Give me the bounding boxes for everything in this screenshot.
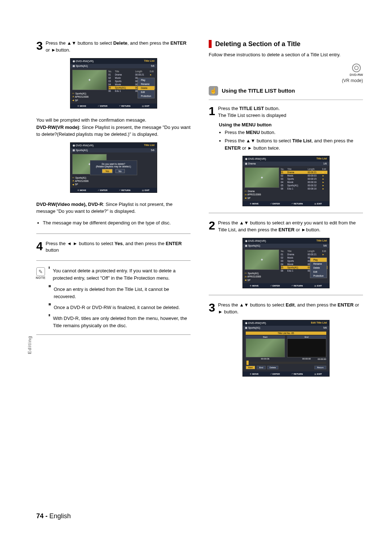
page-language: English: [49, 512, 71, 520]
osd-edit-titlelist: ◉ DVD-RW(VR)Edit Title List ▦ Sports(A1)…: [242, 320, 330, 377]
osd-page-indicator: 5/6: [151, 65, 155, 68]
disc-icon: [352, 64, 361, 72]
osd-current-title: Sports(A1): [75, 65, 87, 67]
page-footer: 74 - English: [36, 512, 71, 520]
keyword-enter: ENTER: [278, 227, 294, 232]
dialog-yes-button: Yes: [102, 169, 112, 173]
ctx-protection: Protection: [138, 94, 154, 98]
step-3-right: 3 Press the ▲▼ buttons to select Edit, a…: [209, 302, 363, 316]
meta-quality: SP: [75, 99, 78, 102]
section-title: Deleting a Section of a Title: [215, 40, 301, 48]
col-no: No.: [109, 70, 114, 73]
video-mode-paragraph: DVD-RW(Video mode), DVD-R: Since Playlis…: [36, 201, 191, 215]
thumbnail-icon: [245, 167, 279, 188]
keyword-enter: ENTER: [166, 241, 182, 246]
right-arrow-icon: ►: [301, 227, 306, 232]
ctx-delete: Delete: [138, 86, 154, 90]
step-2: 2 Press the ▲▼ buttons to select an entr…: [209, 220, 363, 234]
right-arrow-icon: ►: [248, 145, 252, 151]
step-4: 4 Press the ◄ ► buttons to select Yes, a…: [36, 240, 191, 254]
step-number-2: 2: [209, 220, 215, 231]
osd-disc-label: DVD-RW(VR): [76, 60, 94, 63]
right-arrow-icon: ►: [218, 309, 223, 314]
osd-titlelist-delete: ◉ DVD-RW(VR)Title List ▦ Sports(A1)5/6 ▭…: [70, 58, 157, 109]
section-tab-editing: Editing: [27, 336, 32, 354]
disc-mode-label: (VR mode): [209, 78, 363, 83]
col-title: Title: [115, 70, 134, 73]
page-number: 74 -: [36, 512, 48, 520]
timeline-total: 00:00:00: [318, 358, 326, 360]
context-menu: Play Rename Delete Edit Protection: [138, 78, 154, 98]
ctx-rename: Rename: [138, 82, 154, 86]
osd-titlelist-play: ◉ DVD-RW(VR)Title List ▦ Sports(A1)5/6 ▭…: [242, 238, 330, 288]
note-item: Once an entry is deleted from the Title …: [54, 286, 191, 300]
note-label: NOTE: [36, 276, 46, 280]
frame-end-label: End: [287, 336, 326, 338]
keyword-title-list: TITLE LIST: [239, 106, 264, 111]
end-frame-icon: [287, 338, 326, 357]
disc-type-label: DVD-RW: [350, 73, 363, 77]
col-edit: Edit: [150, 70, 155, 73]
ctrl-delete-button: Delete: [267, 366, 278, 369]
start-frame-icon: [246, 338, 285, 357]
step-number-1: 1: [209, 105, 215, 117]
step-number-4: 4: [36, 240, 43, 252]
left-column: 3 Press the ▲▼ buttons to select Delete,…: [36, 40, 191, 378]
step-3: 3 Press the ▲▼ buttons to select Delete,…: [36, 40, 191, 54]
square-bullet-icon: [49, 285, 51, 287]
osd-delete-confirm: ◉ DVD-RW(VR)Title List ▦ Sports(A1)5/6 ▭…: [70, 142, 157, 193]
text: or: [46, 47, 51, 53]
note-item: With DVD-R, titles are only deleted from…: [53, 315, 191, 329]
keyword-enter: ENTER: [338, 302, 354, 308]
step-number-3: 3: [209, 302, 215, 313]
subheading-title-list: Using the TITLE LIST button: [222, 88, 295, 94]
note-icon: ✎: [36, 267, 45, 276]
red-marker-icon: [209, 40, 212, 48]
step-1: 1 Press the TITLE LIST button. The Title…: [209, 105, 363, 119]
dialog-no-button: No: [115, 169, 125, 173]
meta-title: Sports(A1): [75, 92, 86, 95]
keyword-yes: Yes: [115, 241, 123, 246]
ctrl-end-button: End: [257, 366, 266, 369]
frame-start-label: Start: [246, 336, 285, 338]
edit-title-header: Title List No. 05: [246, 332, 326, 335]
ctrl-return-button: Return: [314, 366, 326, 369]
manual-page: Editing 3 Press the ▲▼ buttons to select…: [0, 0, 392, 540]
updown-arrows-icon: ▲▼: [246, 138, 256, 143]
text: , and then press the: [127, 40, 171, 46]
dialog-subtext: (Related playlists may be deleted.): [93, 165, 134, 168]
square-bullet-icon: [49, 303, 51, 305]
note-item: You cannot delete a protected entry. If …: [53, 267, 191, 282]
prompt-paragraph: You will be prompted with the confirmati…: [36, 117, 191, 138]
menu-bullet: Press the ▲▼ buttons to select Title Lis…: [225, 137, 363, 151]
updown-arrows-icon: ▲▼: [239, 302, 249, 308]
ctrl-start-button: Start: [246, 366, 256, 369]
right-arrow-icon: ►: [51, 47, 56, 53]
text: buttons to select: [76, 40, 113, 46]
timeline-cursor-icon: [246, 361, 249, 365]
subheading-menu: Using the MENU button: [219, 122, 363, 127]
disc-type-note: The message may be different depending o…: [43, 219, 191, 227]
leftright-arrows-icon: ◄ ►: [67, 241, 77, 246]
thumbnail-icon: [72, 70, 107, 90]
keyword-enter: ENTER: [171, 40, 187, 46]
context-menu: Play Rename Delete Edit Protection: [310, 257, 327, 278]
ctx-play: Play: [138, 78, 154, 82]
osd-titlelist-drama: ◉ DVD-RW(VR)Title List ▦ Drama1/6 ▭Drama…: [242, 156, 330, 206]
text: Press the: [46, 40, 67, 46]
note-block: ✎ NOTE You cannot delete a protected ent…: [36, 267, 191, 333]
start-time: 00:00:06: [246, 357, 285, 360]
text: button.: [56, 47, 70, 53]
right-column: Deleting a Section of a Title Follow the…: [209, 40, 363, 378]
note-item: Once a DVD-R or DVD-RW is finalized, it …: [54, 304, 180, 311]
confirm-dialog: Do you want to delete? (Related playlist…: [90, 161, 137, 175]
meta-date: APR/21/2006: [75, 95, 89, 98]
updown-arrows-icon: ▲▼: [67, 40, 76, 46]
dialog-question: Do you want to delete?: [93, 163, 134, 165]
section-header: Deleting a Section of a Title: [209, 40, 363, 48]
disc-badge: DVD-RW (VR mode): [209, 64, 363, 83]
section-intro: Follow these instructions to delete a se…: [209, 52, 363, 58]
remote-icon: ☝: [209, 86, 218, 96]
thumbnail-icon: [245, 249, 279, 270]
square-bullet-icon: [49, 267, 50, 269]
